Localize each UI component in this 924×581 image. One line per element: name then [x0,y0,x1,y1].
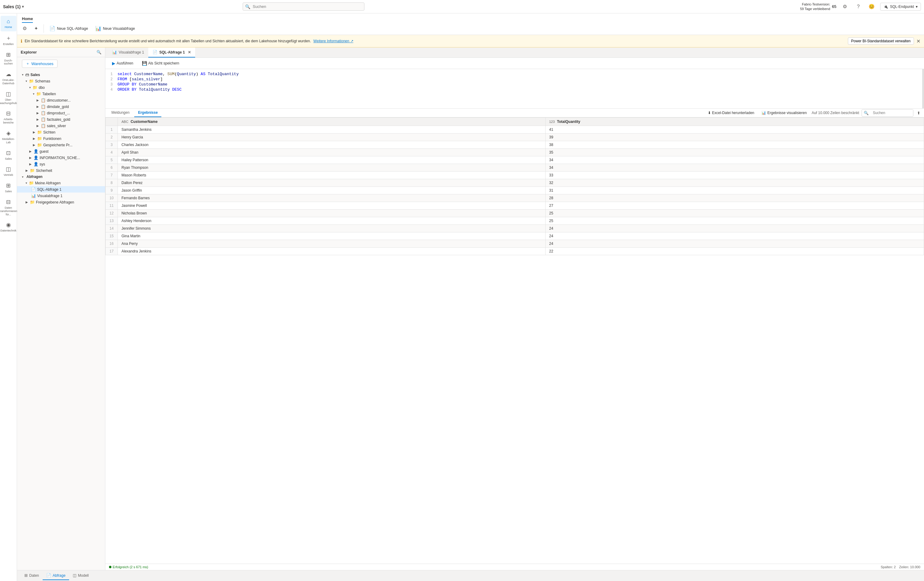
results-search-input[interactable] [870,110,913,116]
label-tabellen: Tabellen [42,92,56,96]
tree-item-dimproduct[interactable]: ▶ 📋 dimproduct_... [17,110,105,116]
tree-item-sales-silver[interactable]: ▶ 📋 sales_silver [17,123,105,129]
daten-tab-label: Daten [29,573,39,578]
tree-item-gespeicherte[interactable]: ▶ 📁 Gespeicherte Pr... [17,142,105,148]
col-label-totalquantity: TotalQuantity [557,120,580,124]
tree-item-abfragen[interactable]: ▾ Abfragen [17,174,105,180]
manage-dataset-button[interactable]: Power BI-Standarddataset verwalten [848,38,914,45]
tree-item-funktionen[interactable]: ▶ 📁 Funktionen [17,135,105,142]
nav-item-medallion[interactable]: ◈ Medallion-Lab [1,127,16,146]
cell-rownum: 2 [106,133,118,141]
tree-item-meine-abfragen[interactable]: ▾ 📁 Meine Abfragen [17,180,105,186]
table-row: 3 Charles Jackson 38 [106,141,924,149]
nav-item-uberwachung[interactable]: ◫ Über-wachungshub [1,88,16,107]
explorer-tree: ▾ 🗃 Sales ▾ 📁 Schemas ▾ [17,70,105,570]
tree-item-schemas[interactable]: ▾ 📁 Schemas [17,78,105,84]
cell-rownum: 7 [106,171,118,179]
sql-endpoint-button[interactable]: 🔌 SQL-Endpunkt ▾ [880,3,921,11]
save-view-button[interactable]: 💾 Als Sicht speichern [139,59,182,67]
icon-dimcustomer: 📋 [41,98,46,102]
cell-totalquantity: 22 [545,248,924,255]
tree-item-dimdate[interactable]: ▶ 📋 dimdate_gold [17,104,105,110]
ribbon-icon-btn1[interactable]: ⚙ [20,24,30,33]
app-title[interactable]: Sales (1) ▾ [3,4,24,9]
cell-rownum: 17 [106,248,118,255]
results-tab-ergebnisse[interactable]: Ergebnisse [134,109,162,117]
tree-item-sales[interactable]: ▾ 🗃 Sales [17,71,105,78]
tree-item-dbo[interactable]: ▾ 📁 dbo [17,84,105,91]
table-row: 16 Ana Perry 24 [106,240,924,248]
icon-sicherheit: 📁 [30,168,35,173]
bottom-tab-abfrage[interactable]: 📄 Abfrage [43,571,69,580]
tree-item-sichten[interactable]: ▶ 📁 Sichten [17,129,105,135]
cell-rownum: 3 [106,141,118,149]
nav-item-sales[interactable]: ⊡ Sales [1,147,16,163]
topbar-right: Fabric-Testversion: 59 Tage verbleibend … [800,2,921,12]
scrollbar[interactable] [922,69,924,108]
tree-item-guest[interactable]: ▶ 👤 guest [17,148,105,155]
tree-item-factsales[interactable]: ▶ 📋 factsales_gold [17,116,105,123]
durchsuchen-icon: ⊞ [6,51,11,58]
nav-item-erstellen[interactable]: ＋ Erstellen [1,32,16,48]
neue-visual-abfrage-button[interactable]: 📊 Neue Visualabfrage [92,24,138,33]
account-icon[interactable]: 😊 [867,2,876,12]
onelake-icon: ☁ [6,71,11,77]
tab-sql-abfrage1[interactable]: 📄 SQL-Abfrage 1 ✕ [148,48,195,58]
settings-icon[interactable]: ⚙ [840,2,850,12]
ribbon-icon-btn2[interactable]: ✦ [31,24,41,33]
visualize-button[interactable]: 📊 Ergebnisse visualisieren [759,110,809,116]
editor-toolbar: ▶ Ausführen 💾 Als Sicht speichern [106,58,924,69]
tree-item-dimcustomer[interactable]: ▶ 📋 dimcustomer... [17,97,105,104]
neue-sql-abfrage-button[interactable]: 📄 Neue SQL-Abfrage [46,24,91,33]
code-line-3: 3 GROUP BY CustomerName [106,82,924,87]
search-input[interactable] [243,2,365,11]
run-button[interactable]: ▶ Ausführen [109,59,136,67]
warehouses-button[interactable]: ＋ Warehouses [22,59,58,68]
run-icon: ▶ [112,61,116,66]
nav-item-home[interactable]: ⌂ Home [1,16,16,31]
cell-customername: Jason Griffin [118,187,546,194]
label-sys: sys [40,162,45,166]
line-num-3: 3 [106,82,117,87]
sales2-icon: ⊞ [6,182,11,189]
table-row: 5 Hailey Patterson 34 [106,156,924,164]
tree-item-sql-abfrage1[interactable]: 📄 SQL-Abfrage 1 [17,186,105,193]
ribbon-area: Home ⚙ ✦ 📄 Neue SQL-Abfrage 📊 Neue Visua… [17,13,924,35]
nav-item-vertrieb[interactable]: ◫ Vertrieb [1,163,16,179]
results-tab-meldungen[interactable]: Meldungen [108,109,133,117]
cell-customername: Jasmine Powell [118,202,546,210]
sql-endpoint-icon: 🔌 [883,5,888,9]
help-icon[interactable]: ? [853,2,863,12]
title-text: Sales (1) [3,4,21,9]
tree-item-sys[interactable]: ▶ 👤 sys [17,161,105,167]
neue-visual-icon: 📊 [95,26,101,31]
home-icon: ⌂ [7,18,10,25]
nav-item-arbeitsbereiche[interactable]: ⊟ Arbeits-bereiche [1,108,16,127]
bottom-tab-modell[interactable]: ◫ Modell [69,571,92,580]
results-tabs: Meldungen Ergebnisse ⬇ Excel-Datei herun… [106,109,924,117]
code-editor[interactable]: 1 select CustomerName, SUM(Quantity) AS … [106,69,924,109]
excel-download-button[interactable]: ⬇ Excel-Datei herunterladen [705,110,757,116]
bottom-tab-daten[interactable]: ⊞ Daten [21,571,43,580]
cell-totalquantity: 31 [545,187,924,194]
nav-item-sales2[interactable]: ⊞ Sales [1,180,16,196]
info-bar-link[interactable]: Weitere Informationen ↗ [313,39,353,43]
tree-item-visualabfrage1[interactable]: 📊 Visualabfrage 1 [17,193,105,199]
tree-item-freigegebene[interactable]: ▶ 📁 Freigegebene Abfragen [17,199,105,205]
close-tab-sql[interactable]: ✕ [188,50,191,54]
tree-item-tabellen[interactable]: ▾ 📁 Tabellen [17,91,105,97]
tree-item-sicherheit[interactable]: ▶ 📁 Sicherheit [17,167,105,174]
cell-totalquantity: 32 [545,179,924,187]
cell-totalquantity: 39 [545,133,924,141]
code-line-2: 2 FROM [sales_silver] [106,77,924,82]
tree-item-info-schema[interactable]: ▶ 👤 INFORMATION_SCHE... [17,155,105,161]
left-nav: ⌂ Home ＋ Erstellen ⊞ Durch-suchen ☁ OneL… [0,13,17,581]
nav-item-daten[interactable]: ⊟ Daten transformieren für... [1,196,16,219]
nav-item-durchsuchen[interactable]: ⊞ Durch-suchen [1,49,16,68]
close-info-button[interactable]: ✕ [916,38,920,44]
nav-item-datentechnik[interactable]: ◉ Datentechnik [1,219,16,235]
nav-item-onelake[interactable]: ☁ OneLake-Datenhub [1,68,16,87]
tab-visualabfrage1[interactable]: 📊 Visualabfrage 1 [108,48,148,58]
explorer-search-icon[interactable]: 🔍 [97,50,101,54]
collapse-button[interactable]: ⬆ [916,110,922,117]
